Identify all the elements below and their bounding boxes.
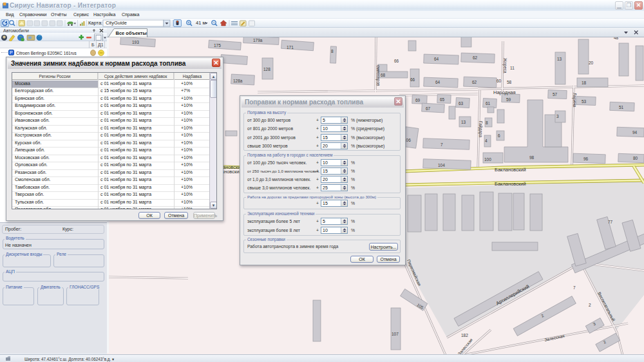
svg-text:128: 128: [263, 67, 270, 71]
svg-text:57: 57: [553, 92, 558, 97]
svg-text:11: 11: [510, 66, 515, 70]
svg-text:Народная: Народная: [493, 90, 516, 95]
svg-text:20: 20: [589, 61, 594, 65]
svg-text:59: 59: [506, 97, 511, 102]
svg-text:175: 175: [214, 43, 221, 48]
svg-text:13: 13: [461, 120, 466, 124]
svg-text:171: 171: [287, 45, 294, 50]
svg-text:51: 51: [619, 105, 624, 110]
svg-text:3: 3: [556, 114, 559, 119]
svg-text:63: 63: [459, 101, 464, 106]
svg-text:53: 53: [582, 99, 587, 104]
svg-text:2: 2: [589, 303, 591, 307]
svg-text:омиссаров: омиссаров: [375, 65, 381, 86]
svg-text:62: 62: [472, 80, 477, 84]
svg-text:64: 64: [435, 80, 440, 84]
svg-text:41 м: 41 м: [196, 20, 206, 26]
svg-text:Жореса: Жореса: [502, 58, 507, 73]
svg-text:P: P: [10, 50, 13, 55]
svg-text:182: 182: [461, 333, 468, 338]
svg-text:104: 104: [438, 163, 445, 167]
svg-text:48: 48: [614, 37, 619, 40]
svg-text:Гайдара: Гайдара: [478, 121, 483, 137]
svg-text:128а: 128а: [233, 79, 243, 83]
svg-text:Карта:: Карта:: [88, 20, 102, 26]
svg-text:193: 193: [132, 40, 139, 44]
svg-text:Ларина: Ларина: [572, 93, 577, 108]
svg-text:Баклановский: Баклановский: [495, 167, 526, 173]
svg-text:100: 100: [484, 157, 491, 162]
svg-text:58: 58: [507, 80, 512, 84]
svg-text:65: 65: [440, 97, 445, 102]
svg-text:179а: 179а: [253, 38, 263, 43]
svg-text:61: 61: [486, 101, 491, 106]
svg-text:98: 98: [529, 155, 535, 160]
svg-text:CityGuide: CityGuide: [106, 20, 127, 26]
svg-text:69: 69: [415, 98, 421, 102]
svg-text:107: 107: [392, 332, 399, 336]
svg-text:60: 60: [497, 79, 502, 83]
svg-text:62: 62: [473, 55, 478, 60]
svg-text:18: 18: [582, 81, 587, 85]
svg-text:4: 4: [485, 138, 488, 143]
svg-text:94: 94: [632, 130, 638, 135]
svg-text:6: 6: [498, 133, 500, 138]
svg-text:7: 7: [440, 142, 443, 147]
svg-text:Баклановский: Баклановский: [495, 181, 526, 187]
svg-text:96: 96: [583, 157, 589, 161]
svg-text:68: 68: [381, 73, 386, 77]
svg-text:67: 67: [426, 106, 431, 111]
svg-text:64: 64: [434, 57, 439, 61]
svg-text:8: 8: [331, 49, 334, 53]
svg-text:8: 8: [486, 120, 488, 125]
svg-text:7: 7: [573, 285, 576, 290]
svg-text:Все объекты: Все объекты: [116, 30, 147, 36]
svg-text:80: 80: [633, 156, 638, 160]
svg-text:66: 66: [410, 77, 415, 82]
svg-text:13: 13: [557, 57, 562, 61]
svg-text:77: 77: [608, 220, 613, 224]
svg-text:66: 66: [394, 59, 399, 63]
